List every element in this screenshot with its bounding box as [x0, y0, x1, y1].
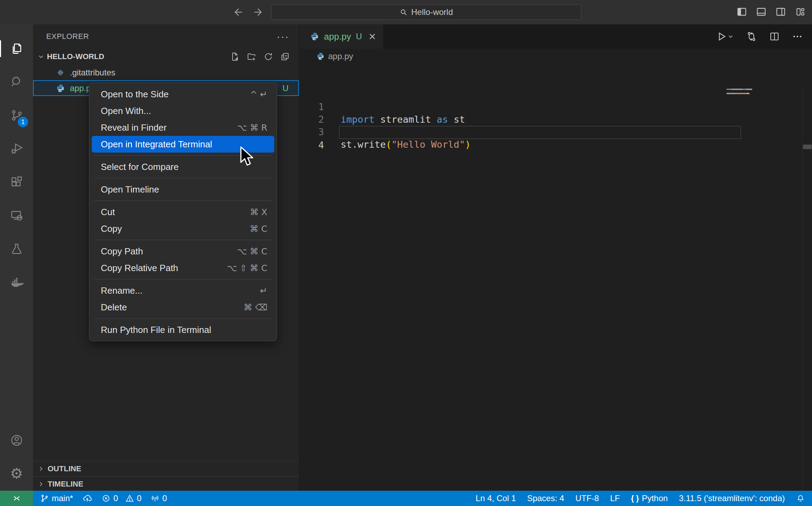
- notifications-bell[interactable]: [796, 494, 805, 503]
- sidebar-item-explorer[interactable]: [0, 32, 33, 65]
- new-folder-icon[interactable]: [247, 52, 257, 62]
- split-editor-icon[interactable]: [769, 31, 780, 42]
- git-icon: [56, 68, 65, 77]
- menu-item-copy-path[interactable]: Copy Path⌥ ⌘ C: [92, 243, 274, 260]
- menu-item-shortcut: ⌥ ⌘ C: [237, 246, 267, 256]
- menu-item-shortcut: ⌘ X: [250, 207, 267, 217]
- navigate-back-icon[interactable]: [232, 6, 244, 18]
- menu-item-reveal-in-finder[interactable]: Reveal in Finder⌥ ⌘ R: [92, 119, 274, 136]
- status-bar: main* 0 0 0 Ln 4, Col 1 Spaces: 4 UTF-8 …: [0, 491, 812, 506]
- navigate-forward-icon[interactable]: [252, 6, 264, 18]
- menu-item-shortcut: ^ ↵: [250, 89, 267, 99]
- menu-item-open-with[interactable]: Open With...: [92, 103, 274, 119]
- menu-item-open-to-the-side[interactable]: Open to the Side^ ↵: [92, 86, 274, 103]
- tab-label: app.py: [324, 31, 351, 42]
- warning-icon: [125, 494, 134, 503]
- tab-app-py[interactable]: app.py U: [300, 24, 384, 49]
- menu-item-shortcut: ⌘ C: [250, 224, 267, 234]
- menu-item-delete[interactable]: Delete⌘ ⌫: [92, 299, 274, 316]
- timeline-label: TIMELINE: [48, 480, 83, 489]
- settings-button[interactable]: ⚙: [0, 457, 33, 490]
- cursor-position-status[interactable]: Ln 4, Col 1: [476, 493, 516, 503]
- gear-icon: ⚙: [10, 466, 23, 481]
- branch-name: main*: [52, 493, 73, 503]
- line-number-current: 4: [300, 139, 324, 152]
- scrollbar-handle[interactable]: [803, 145, 812, 149]
- menu-item-shortcut: ⌥ ⌘ R: [237, 123, 267, 133]
- menu-item-shortcut: ⌘ ⌫: [244, 302, 267, 312]
- problems-status[interactable]: 0 0: [102, 493, 141, 503]
- menu-item-shortcut: ⌥ ⇧ ⌘ C: [227, 263, 267, 273]
- chevron-right-icon: [37, 480, 45, 488]
- menu-item-label: Run Python File in Terminal: [101, 325, 211, 335]
- close-icon[interactable]: [368, 32, 376, 41]
- sidebar-item-run-debug[interactable]: [0, 132, 33, 165]
- breadcrumb[interactable]: app.py: [300, 49, 812, 64]
- error-count: 0: [113, 493, 118, 503]
- docker-icon: [9, 275, 24, 290]
- file-name: .gitattributes: [70, 68, 115, 77]
- python-interpreter-status[interactable]: 3.11.5 ('streamlitenv': conda): [679, 493, 785, 503]
- breadcrumb-item: app.py: [328, 51, 353, 61]
- command-center-search[interactable]: Hello-world: [271, 5, 581, 20]
- search-icon: [10, 75, 24, 89]
- timeline-section-header[interactable]: TIMELINE: [33, 476, 299, 491]
- menu-item-label: Select for Compare: [101, 162, 179, 172]
- file-row-gitattributes[interactable]: .gitattributes: [33, 65, 299, 80]
- toggle-panel-icon[interactable]: [756, 6, 767, 17]
- open-changes-icon[interactable]: [746, 31, 757, 42]
- braces-icon: { }: [631, 494, 639, 503]
- indentation-status[interactable]: Spaces: 4: [527, 493, 564, 503]
- chevron-down-icon: [37, 53, 45, 60]
- menu-item-copy[interactable]: Copy⌘ C: [92, 220, 274, 237]
- python-icon: [316, 52, 325, 60]
- sidebar-item-extensions[interactable]: [0, 165, 33, 199]
- publish-changes-button[interactable]: [82, 493, 92, 504]
- forwarded-ports-status[interactable]: 0: [151, 493, 167, 503]
- new-file-icon[interactable]: [230, 52, 240, 62]
- menu-item-shortcut: ↵: [260, 286, 267, 296]
- sidebar-item-search[interactable]: [0, 65, 33, 99]
- accounts-button[interactable]: [0, 424, 33, 457]
- menu-item-run-python-file-in-terminal[interactable]: Run Python File in Terminal: [92, 321, 274, 338]
- refresh-icon[interactable]: [263, 52, 273, 62]
- menu-item-label: Reveal in Finder: [101, 122, 167, 133]
- warning-count: 0: [137, 493, 141, 503]
- source-control-badge: 1: [18, 117, 28, 127]
- sidebar-item-remote-explorer[interactable]: [0, 199, 33, 232]
- more-actions-icon[interactable]: [792, 31, 803, 42]
- run-python-button[interactable]: [716, 31, 734, 42]
- eol-status[interactable]: LF: [610, 493, 620, 503]
- folder-header[interactable]: HELLO-WORLD: [33, 49, 299, 65]
- scrollbar[interactable]: [802, 88, 812, 506]
- menu-item-cut[interactable]: Cut⌘ X: [92, 204, 274, 220]
- collapse-folders-icon[interactable]: [280, 52, 290, 62]
- git-branch-icon: [40, 494, 49, 503]
- menu-item-rename[interactable]: Rename...↵: [92, 282, 274, 299]
- code-editor[interactable]: 1 import streamlit as st 2 3 st.write("H…: [300, 64, 812, 491]
- editor-group: app.py U app.py 1: [300, 24, 812, 491]
- language-mode-status[interactable]: { } Python: [631, 493, 668, 503]
- outline-section-header[interactable]: OUTLINE: [33, 461, 299, 476]
- encoding-status[interactable]: UTF-8: [575, 493, 599, 503]
- minimap[interactable]: [726, 88, 758, 102]
- sidebar-item-source-control[interactable]: 1: [0, 99, 33, 132]
- branch-status[interactable]: main*: [40, 493, 73, 503]
- sidebar-item-testing[interactable]: [0, 232, 33, 266]
- menu-item-open-timeline[interactable]: Open Timeline: [92, 181, 274, 198]
- explorer-more-actions-icon[interactable]: ···: [277, 35, 289, 38]
- files-icon: [10, 42, 24, 56]
- menu-item-label: Open Timeline: [101, 184, 159, 195]
- customize-layout-icon[interactable]: [795, 6, 806, 17]
- toggle-secondary-sidebar-icon[interactable]: [775, 6, 786, 17]
- menu-item-label: Copy Path: [101, 246, 143, 257]
- menu-item-label: Copy: [101, 223, 122, 234]
- menu-item-copy-relative-path[interactable]: Copy Relative Path⌥ ⇧ ⌘ C: [92, 260, 274, 276]
- menu-item-label: Rename...: [101, 285, 143, 296]
- remote-indicator[interactable]: [0, 491, 33, 506]
- menu-item-label: Open With...: [101, 106, 151, 116]
- sidebar-item-docker[interactable]: [0, 266, 33, 299]
- outline-label: OUTLINE: [48, 464, 81, 473]
- toggle-primary-sidebar-icon[interactable]: [736, 6, 747, 17]
- explorer-title: EXPLORER: [46, 32, 89, 41]
